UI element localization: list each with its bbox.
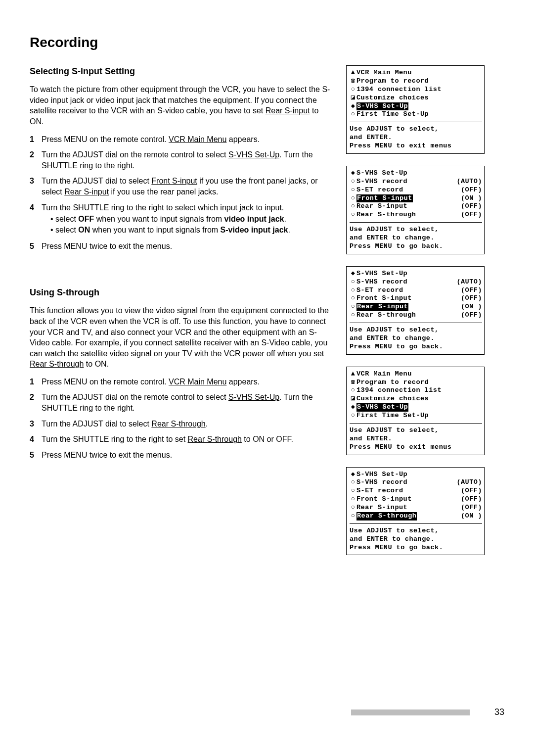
osd-label: Program to record bbox=[356, 378, 429, 387]
bullet-icon: ☎ bbox=[350, 77, 356, 86]
osd-help-line: Press MENU to go back. bbox=[350, 343, 482, 351]
bullet-icon: ○ bbox=[350, 487, 356, 495]
osd-label: Rear S-input bbox=[356, 202, 407, 211]
osd-label: S-VHS Set-Up bbox=[356, 102, 408, 111]
osd-label: Customize choices bbox=[356, 94, 429, 102]
osd-panel: ▲VCR Main Menu☎Program to record○1394 co… bbox=[346, 367, 485, 455]
osd-help-line: Press MENU to go back. bbox=[350, 242, 482, 251]
osd-title: S-VHS Set-Up bbox=[356, 270, 407, 278]
text: to ON. bbox=[84, 360, 109, 368]
osd-title: S-VHS Set-Up bbox=[356, 471, 407, 479]
osd-row: ◆S-VHS Set-Up bbox=[350, 403, 482, 412]
osd-label: S-ET record bbox=[356, 487, 403, 495]
divider bbox=[350, 122, 482, 122]
osd-row: ○S-ET record(OFF) bbox=[350, 186, 482, 194]
osd-title: S-VHS Set-Up bbox=[356, 169, 407, 178]
bullet-icon: ○ bbox=[350, 211, 356, 219]
osd-row: ○S-ET record(OFF) bbox=[350, 487, 482, 495]
osd-help-line: Use ADJUST to select, bbox=[350, 125, 482, 134]
osd-help-line: Use ADJUST to select, bbox=[350, 527, 482, 535]
osd-label: S-VHS record bbox=[356, 278, 407, 286]
osd-row: ○Rear S-input(OFF) bbox=[350, 504, 482, 512]
menu-icon: ▲ bbox=[350, 69, 356, 77]
osd-help-line: Press MENU to exit menus bbox=[350, 443, 482, 452]
bullet-icon: ○ bbox=[350, 202, 356, 211]
osd-row: ○S-ET record(OFF) bbox=[350, 286, 482, 295]
osd-label: Program to record bbox=[356, 77, 429, 86]
section1-heading: Selecting S-input Setting bbox=[30, 65, 331, 77]
step-num: 5 bbox=[30, 241, 42, 252]
bullet-icon: ○ bbox=[350, 278, 356, 286]
osd-label: Rear S-input bbox=[356, 504, 407, 512]
divider bbox=[350, 222, 482, 223]
osd-value: (OFF) bbox=[461, 202, 482, 211]
bullet-item: select OFF when you want to input signal… bbox=[50, 214, 331, 225]
osd-help-line: and ENTER to change. bbox=[350, 535, 482, 544]
osd-row: ○Rear S-input(OFF) bbox=[350, 202, 482, 211]
left-column: Selecting S-input Setting To watch the p… bbox=[30, 65, 331, 490]
osd-panel: ◆S-VHS Set-Up○S-VHS record(AUTO)○S-ET re… bbox=[346, 467, 485, 556]
osd-label: 1394 connection list bbox=[356, 386, 442, 395]
bullet-item: select ON when you want to input signals… bbox=[50, 225, 331, 236]
step-num: 1 bbox=[30, 377, 42, 387]
osd-label: Customize choices bbox=[356, 395, 429, 403]
bullet-icon: ○ bbox=[350, 495, 356, 504]
osd-row: ○First Time Set-Up bbox=[350, 412, 482, 420]
osd-label: Rear S-input bbox=[356, 303, 408, 311]
menu-icon: ▲ bbox=[350, 370, 356, 378]
osd-value: (OFF) bbox=[461, 487, 482, 495]
bullet-icon: ○ bbox=[350, 311, 356, 320]
underline-text: Rear S-through bbox=[30, 360, 84, 368]
osd-label: Front S-input bbox=[356, 294, 412, 303]
osd-help-line: Use ADJUST to select, bbox=[350, 326, 482, 334]
osd-row: ○Rear S-through(ON ) bbox=[350, 512, 482, 520]
bullet-icon: ◆ bbox=[350, 102, 356, 111]
bullet-icon: ○ bbox=[350, 194, 356, 203]
section2-steps: 1 Press MENU on the remote control. VCR … bbox=[30, 377, 331, 461]
divider bbox=[350, 423, 482, 424]
osd-help-line: Press MENU to go back. bbox=[350, 544, 482, 552]
section1-steps: 1 Press MENU on the remote control. VCR … bbox=[30, 134, 331, 252]
bullet-icon: ○ bbox=[350, 504, 356, 512]
bullet-icon: ○ bbox=[350, 512, 356, 520]
list-item: 1 Press MENU on the remote control. VCR … bbox=[30, 134, 331, 145]
osd-row: ○Front S-input(OFF) bbox=[350, 294, 482, 303]
osd-value: (AUTO) bbox=[456, 478, 482, 487]
osd-row: ○First Time Set-Up bbox=[350, 110, 482, 119]
osd-value: (OFF) bbox=[461, 504, 482, 512]
bullet-icon: ☎ bbox=[350, 378, 356, 387]
footer-bar bbox=[351, 709, 470, 715]
osd-help-line: and ENTER to change. bbox=[350, 234, 482, 242]
step-num: 1 bbox=[30, 134, 42, 145]
osd-value: (AUTO) bbox=[456, 278, 482, 286]
osd-value: (OFF) bbox=[461, 211, 482, 219]
osd-value: (ON ) bbox=[461, 512, 482, 520]
section2-heading: Using S-through bbox=[30, 286, 331, 298]
osd-row: ○S-VHS record(AUTO) bbox=[350, 178, 482, 186]
divider bbox=[350, 523, 482, 524]
osd-help-line: Use ADJUST to select, bbox=[350, 226, 482, 234]
osd-help-line: and ENTER. bbox=[350, 134, 482, 142]
osd-help-line: and ENTER. bbox=[350, 435, 482, 443]
osd-label: Front S-input bbox=[356, 194, 413, 203]
step-num: 2 bbox=[30, 392, 42, 413]
bullet-icon: ○ bbox=[350, 186, 356, 194]
osd-value: (OFF) bbox=[461, 495, 482, 504]
osd-header: ◆S-VHS Set-Up bbox=[350, 169, 482, 178]
section2-intro: This function allows you to view the vid… bbox=[30, 305, 331, 370]
bullet-icon: ○ bbox=[350, 294, 356, 303]
osd-row: ○1394 connection list bbox=[350, 386, 482, 395]
osd-label: First Time Set-Up bbox=[356, 110, 429, 119]
bullet-icon: ◆ bbox=[350, 403, 356, 412]
underline-text: Rear S-input bbox=[266, 106, 310, 115]
step-num: 4 bbox=[30, 434, 42, 445]
osd-header: ▲VCR Main Menu bbox=[350, 370, 482, 378]
page-title: Recording bbox=[30, 35, 504, 50]
bullet-icon: ○ bbox=[350, 110, 356, 119]
list-item: 1 Press MENU on the remote control. VCR … bbox=[30, 377, 331, 387]
step-num: 3 bbox=[30, 176, 42, 197]
osd-help-line: Use ADJUST to select, bbox=[350, 426, 482, 435]
osd-header: ◆S-VHS Set-Up bbox=[350, 471, 482, 479]
step-num: 4 bbox=[30, 202, 42, 236]
bullet-icon: ○ bbox=[350, 412, 356, 420]
